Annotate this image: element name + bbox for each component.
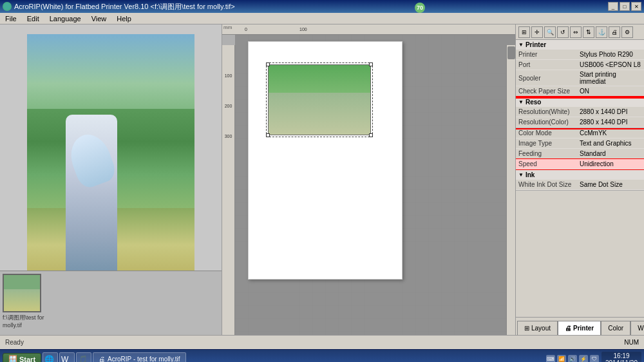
tab-color[interactable]: Color — [601, 321, 630, 335]
start-button[interactable]: 🪟 Start — [3, 353, 41, 362]
printer-spooler-row: Spooler Start printing immediat — [516, 70, 644, 86]
ink-section-header[interactable]: ▼ Ink — [516, 170, 644, 180]
system-clock: 16:19 2014/11/20 — [601, 352, 641, 363]
main-layout: f:\调图用\test for molly.tif mm 0 100 100 2… — [0, 24, 644, 335]
app-icon — [3, 2, 12, 11]
tray-icon-5[interactable]: 🛡 — [590, 355, 599, 363]
tray-icon-3[interactable]: 🔊 — [568, 355, 577, 363]
white-ink-label: White Ink Dot Size — [518, 181, 580, 188]
thumbnail-panel: f:\调图用\test for molly.tif — [0, 271, 222, 335]
extra-icon: 🎵 — [78, 355, 88, 363]
handle-top-right[interactable] — [369, 62, 373, 66]
tool-print[interactable]: 🖨 — [609, 26, 620, 38]
tab-printer[interactable]: 🖨 Printer — [558, 321, 601, 335]
scrollbar-right[interactable] — [506, 45, 515, 335]
tab-white[interactable]: White — [630, 321, 644, 335]
scrollbar-thumb[interactable] — [507, 46, 515, 59]
window-controls[interactable]: _ □ ✕ — [608, 2, 641, 11]
ink-section: ▼ Ink White Ink Dot Size Same Dot Size — [516, 170, 644, 191]
ie-icon: 🌐 — [44, 355, 54, 363]
start-icon: 🪟 — [8, 355, 17, 362]
center-panel: mm 0 100 100 200 300 — [222, 24, 515, 335]
paper-sheet — [248, 41, 402, 280]
menu-file[interactable]: File — [3, 14, 19, 23]
reso-color-row: Resolution(Color) 2880 x 1440 DPI — [516, 117, 644, 128]
tab-printer-label: Printer — [573, 325, 594, 332]
menu-language[interactable]: Language — [47, 14, 84, 23]
menu-view[interactable]: View — [89, 14, 109, 23]
taskbar-wp-icon[interactable]: W — [59, 352, 75, 363]
reso-section-toggle: ▼ — [518, 99, 524, 105]
tool-zoom[interactable]: 🔍 — [544, 26, 556, 38]
tray-icon-1[interactable]: ⌨ — [546, 355, 555, 363]
image-type-label: Image Type — [518, 140, 580, 147]
reso-white-label: Resolution(White) — [518, 108, 580, 115]
taskbar-ie-icon[interactable]: 🌐 — [43, 352, 58, 363]
status-num: NUM — [624, 339, 639, 346]
title-bar: AcroRIP(White) for Flatbed Printer Ver8.… — [0, 0, 644, 13]
ruler-unit-label: mm — [223, 24, 232, 30]
tool-select[interactable]: ⊞ — [518, 26, 530, 38]
tab-layout[interactable]: ⊞ Layout — [517, 321, 558, 335]
tool-flip[interactable]: ⇔ — [570, 26, 582, 38]
reso-section-header[interactable]: ▼ Reso — [516, 97, 644, 107]
svg-point-0 — [4, 3, 10, 10]
ruler-left-100: 100 — [222, 73, 234, 78]
handle-bottom-left[interactable] — [266, 133, 270, 137]
ruler-left: 100 200 300 — [222, 45, 235, 335]
tool-rotate[interactable]: ↺ — [557, 26, 569, 38]
tray-icon-4[interactable]: ⚡ — [579, 355, 588, 363]
taskbar: 🪟 Start 🌐 W 🎵 🖨 AcroRIP - test for molly… — [0, 349, 644, 362]
main-image-preview — [27, 34, 194, 271]
tool-move[interactable]: ✛ — [531, 26, 543, 38]
properties-scroll[interactable]: ▼ Printer Printer Stylus Photo R290 Port… — [516, 40, 644, 317]
tool-settings[interactable]: ⚙ — [621, 26, 633, 38]
status-bar: Ready NUM — [0, 335, 644, 349]
minimize-button[interactable]: _ — [608, 2, 618, 11]
tab-layout-label: Layout — [531, 325, 551, 332]
handle-top-left[interactable] — [266, 62, 270, 66]
sys-tray: ⌨ 📶 🔊 ⚡ 🛡 — [546, 355, 599, 363]
maximize-button[interactable]: □ — [620, 2, 630, 11]
printer-check-paper-row: Check Paper Size ON — [516, 86, 644, 97]
start-label: Start — [19, 356, 35, 363]
speed-row: Speed Unidirection — [516, 159, 644, 169]
feeding-value: Standard — [580, 150, 641, 157]
thumbnail-image[interactable] — [3, 274, 41, 312]
color-mode-value: CcMmYK — [580, 129, 641, 137]
white-ink-value: Same Dot Size — [580, 181, 641, 188]
printer-spooler-value: Start printing immediat — [580, 71, 641, 85]
printer-name-value: Stylus Photo R290 — [580, 51, 641, 58]
menu-edit[interactable]: Edit — [24, 14, 42, 23]
menu-help[interactable]: Help — [114, 14, 134, 23]
image-preview-area — [0, 24, 222, 271]
canvas-area[interactable] — [235, 35, 515, 335]
speed-label: Speed — [518, 160, 580, 167]
printer-icon: 🖨 — [565, 325, 571, 332]
tool-mirror[interactable]: ⇅ — [583, 26, 594, 38]
handle-bottom-right[interactable] — [369, 133, 373, 137]
acrorip-icon: 🖨 — [99, 356, 105, 362]
layout-icon: ⊞ — [524, 325, 529, 332]
image-type-value: Text and Graphics — [580, 140, 641, 147]
reso-white-value: 2880 x 1440 DPI — [580, 108, 641, 115]
printer-section-header[interactable]: ▼ Printer — [516, 40, 644, 50]
printer-name-row: Printer Stylus Photo R290 — [516, 50, 644, 60]
printer-port-label: Port — [518, 61, 580, 68]
feeding-row: Feeding Standard — [516, 149, 644, 159]
thumbnail-item: f:\调图用\test for molly.tif — [3, 274, 219, 329]
ruler-left-200: 200 — [222, 104, 234, 108]
ink-section-toggle: ▼ — [518, 172, 524, 178]
close-button[interactable]: ✕ — [631, 2, 641, 11]
left-panel: f:\调图用\test for molly.tif — [0, 24, 222, 335]
thumbnail-label: f:\调图用\test for molly.tif — [3, 314, 44, 329]
tool-anchor[interactable]: ⚓ — [596, 26, 607, 38]
reso-color-value: 2880 x 1440 DPI — [580, 119, 641, 126]
taskbar-extra-icon[interactable]: 🎵 — [76, 352, 91, 363]
tray-icon-2[interactable]: 📶 — [557, 355, 566, 363]
placed-image[interactable] — [268, 64, 371, 135]
printer-check-paper-value: ON — [580, 88, 641, 95]
taskbar-acrorip[interactable]: 🖨 AcroRIP - test for molly.tif — [93, 352, 185, 363]
bottom-tabs: ⊞ Layout 🖨 Printer Color White — [516, 317, 644, 335]
settings-section: Color Mode CcMmYK Image Type Text and Gr… — [516, 128, 644, 170]
